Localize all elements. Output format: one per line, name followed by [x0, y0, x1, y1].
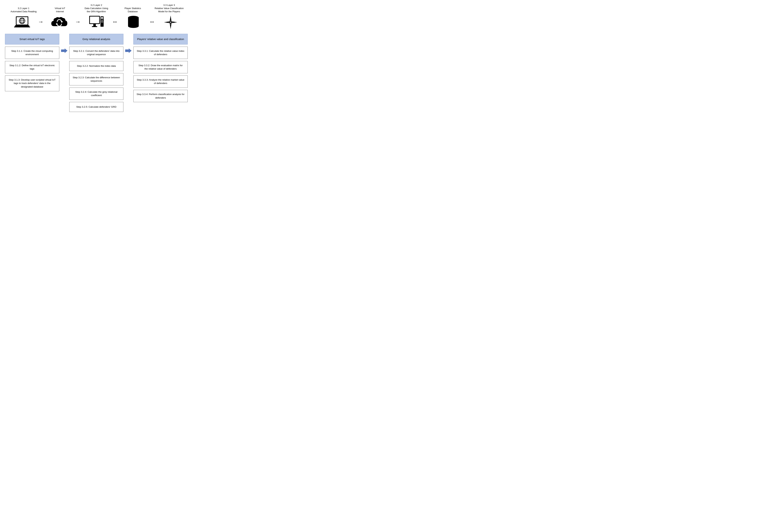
- col2-to-col3-arrow: [125, 34, 132, 53]
- svg-rect-16: [101, 17, 103, 19]
- col2-step4: Step 3.2.4: Calculate the grey relationa…: [69, 88, 123, 100]
- computer-icon-item: [81, 15, 111, 30]
- svg-marker-36: [125, 48, 131, 53]
- cloud-icon-item: [44, 15, 74, 30]
- svg-rect-13: [93, 24, 96, 26]
- layer1-label: 3.2 Layer 1 Automated Data Reading: [5, 7, 42, 13]
- compass-icon-item: [156, 15, 185, 30]
- arrow-4: ↔: [149, 19, 155, 27]
- computer-icon: [88, 15, 104, 30]
- database-icon-item: [118, 15, 148, 30]
- svg-rect-12: [90, 17, 99, 23]
- svg-rect-19: [101, 22, 103, 22]
- viot-label: Virtual IoT Internet: [42, 7, 78, 13]
- col1-to-col2-arrow: [61, 34, 68, 53]
- col2-step5: Step 3.2.5: Calculate defenders' GRD: [69, 102, 123, 112]
- arrow-3: ↔: [112, 19, 118, 27]
- layer2-label: 3.2 Layer 2 Data Calculation Using the G…: [78, 4, 114, 13]
- layer3-label: 3.3 Layer 3 Relative Value Classificatio…: [151, 4, 187, 13]
- column-2: Grey relational analysis Step 3.2.1: Con…: [68, 34, 125, 112]
- cloud-icon: [50, 15, 68, 30]
- col1-step3: Step 3.1.3: Develop user-scripted virtua…: [5, 75, 59, 91]
- svg-marker-35: [61, 48, 67, 53]
- compass-icon: [162, 15, 178, 30]
- col2-step3: Step 3.2.3: Calculate the difference bet…: [69, 73, 123, 85]
- svg-rect-8: [14, 27, 30, 27]
- database-icon: [127, 15, 140, 30]
- svg-rect-18: [101, 21, 103, 22]
- col3-step3: Step 3.3.3: Analyze the relative market …: [133, 75, 188, 88]
- col2-step1: Step 3.2.1: Convert the defenders' data …: [69, 47, 123, 59]
- col1-step2: Step 3.1.2: Define the virtual IoT elect…: [5, 61, 59, 73]
- laptop-icon: [14, 15, 30, 30]
- svg-point-26: [128, 24, 139, 28]
- main-content: Smart virtual IoT tags Step 3.1.1: Creat…: [4, 34, 189, 112]
- col3-header: Players' relative value and classificati…: [133, 34, 188, 44]
- svg-rect-7: [15, 25, 29, 27]
- icons-row: → → ↔: [4, 15, 189, 30]
- col3-step4: Step 3.3.4: Perform classification analy…: [133, 90, 188, 102]
- svg-point-34: [170, 22, 171, 23]
- col1-header: Smart virtual IoT tags: [5, 34, 59, 44]
- col2-step2: Step 3.2.2: Normalize the index data: [69, 61, 123, 71]
- db-label: Player Statistics Database: [114, 7, 151, 13]
- column-3: Players' relative value and classificati…: [132, 34, 189, 102]
- laptop-icon-item: [7, 15, 37, 30]
- arrow-1: →: [38, 19, 43, 27]
- arrow-2: →: [75, 19, 81, 27]
- col3-step2: Step 3.3.2: Draw the evaluation matrix f…: [133, 61, 188, 73]
- col3-step1: Step 3.3.1: Calculate the relative value…: [133, 47, 188, 59]
- col1-step1: Step 3.1.1: Create the cloud computing e…: [5, 47, 59, 59]
- col2-header: Grey relational analysis: [69, 34, 123, 44]
- svg-rect-14: [92, 26, 97, 27]
- column-1: Smart virtual IoT tags Step 3.1.1: Creat…: [4, 34, 61, 91]
- top-labels-row: 3.2 Layer 1 Automated Data Reading Virtu…: [4, 4, 189, 13]
- svg-point-17: [101, 20, 102, 21]
